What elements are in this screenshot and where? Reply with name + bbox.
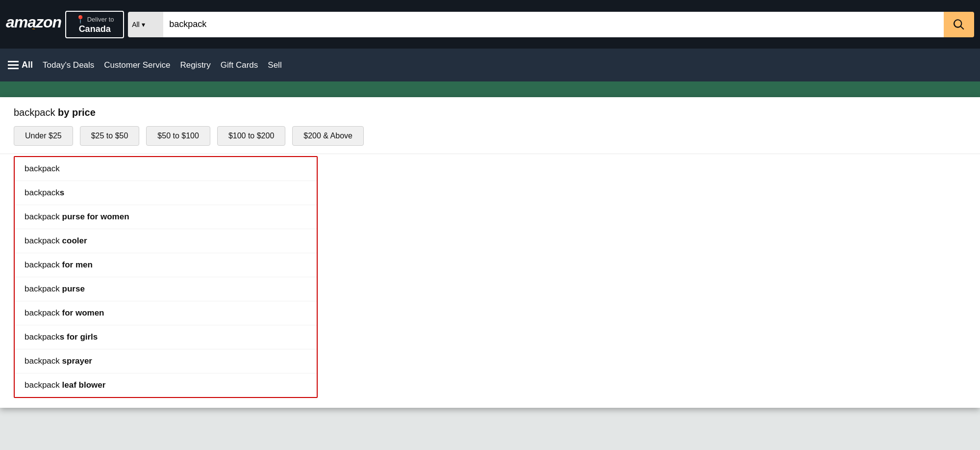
suggestion-3[interactable]: backpack cooler: [15, 229, 317, 253]
search-bar: All ▾: [128, 12, 974, 37]
deliver-to-button[interactable]: 📍 Deliver to Canada: [65, 11, 124, 38]
suggestion-8[interactable]: backpack sprayer: [15, 349, 317, 373]
amazon-logo-area[interactable]: amazon ˜: [6, 14, 61, 34]
suggestion-6[interactable]: backpack for women: [15, 301, 317, 325]
chevron-down-icon: ▾: [142, 21, 145, 28]
price-title-bold: by price: [58, 107, 96, 118]
suggestions-list: backpack backpacks backpack purse for wo…: [14, 156, 318, 398]
suggestion-5[interactable]: backpack purse: [15, 277, 317, 301]
suggestion-7[interactable]: backpacks for girls: [15, 325, 317, 349]
price-btn-25to50[interactable]: $25 to $50: [80, 126, 140, 146]
price-btn-100to200[interactable]: $100 to $200: [217, 126, 285, 146]
suggestion-0[interactable]: backpack: [15, 157, 317, 181]
suggestion-1[interactable]: backpacks: [15, 181, 317, 205]
price-buttons-row: Under $25 $25 to $50 $50 to $100 $100 to…: [14, 126, 966, 146]
hamburger-icon: [8, 61, 19, 69]
suggestions-wrapper: backpack backpacks backpack purse for wo…: [0, 154, 980, 408]
search-icon: [953, 18, 965, 31]
nav-gift-cards[interactable]: Gift Cards: [221, 60, 258, 70]
nav-registry[interactable]: Registry: [180, 60, 210, 70]
price-btn-200above[interactable]: $200 & Above: [292, 126, 364, 146]
deliver-label: Deliver to: [87, 16, 114, 23]
nav-sell[interactable]: Sell: [268, 60, 281, 70]
price-filter-section: backpack by price Under $25 $25 to $50 $…: [0, 97, 980, 154]
header: amazon ˜ 📍 Deliver to Canada All ▾: [0, 0, 980, 49]
search-category-label: All: [132, 21, 140, 28]
location-pin-icon: 📍: [75, 15, 85, 24]
price-btn-under25[interactable]: Under $25: [14, 126, 73, 146]
amazon-logo: amazon ˜: [6, 14, 61, 34]
navbar: All Today's Deals Customer Service Regis…: [0, 49, 980, 81]
search-category-button[interactable]: All ▾: [128, 12, 163, 37]
nav-all-label: All: [22, 60, 33, 70]
deliver-top: 📍 Deliver to: [75, 15, 114, 24]
nav-customer-service[interactable]: Customer Service: [104, 60, 170, 70]
nav-all-button[interactable]: All: [8, 60, 33, 70]
price-btn-50to100[interactable]: $50 to $100: [146, 126, 210, 146]
suggestion-2[interactable]: backpack purse for women: [15, 205, 317, 229]
suggestion-4[interactable]: backpack for men: [15, 253, 317, 277]
dropdown-overlay: backpack by price Under $25 $25 to $50 $…: [0, 97, 980, 408]
deliver-country: Canada: [79, 24, 111, 34]
search-input[interactable]: [163, 12, 944, 37]
price-filter-title: backpack by price: [14, 107, 966, 118]
search-button[interactable]: [944, 12, 974, 37]
suggestion-9[interactable]: backpack leaf blower: [15, 373, 317, 397]
nav-todays-deals[interactable]: Today's Deals: [43, 60, 94, 70]
price-title-normal: backpack: [14, 107, 58, 118]
